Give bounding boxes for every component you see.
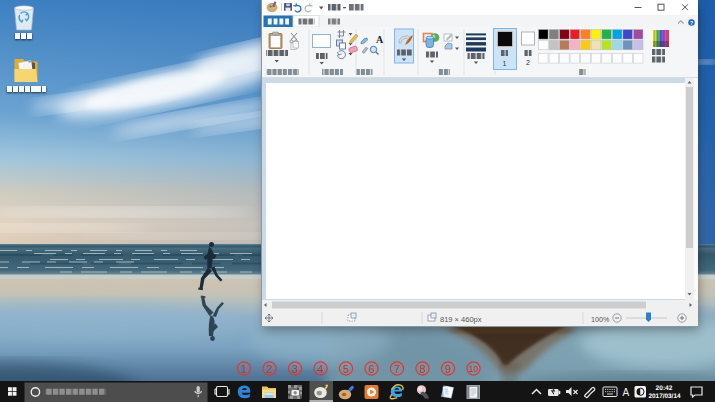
- svg-text:8: 8: [419, 363, 425, 375]
- svg-text:6: 6: [368, 363, 374, 375]
- svg-text:?: ?: [689, 20, 693, 26]
- svg-text:A: A: [623, 387, 630, 398]
- svg-text:2017/03/14: 2017/03/14: [648, 392, 680, 400]
- svg-text:3: 3: [292, 363, 298, 375]
- svg-text:2: 2: [266, 363, 272, 375]
- svg-text:5: 5: [343, 363, 349, 375]
- svg-text:819 × 460px: 819 × 460px: [440, 315, 482, 324]
- svg-text:2: 2: [526, 59, 530, 66]
- svg-text:1: 1: [241, 363, 247, 375]
- svg-text:1: 1: [502, 60, 506, 67]
- svg-text:100%: 100%: [591, 315, 610, 324]
- svg-text:7: 7: [394, 363, 400, 375]
- svg-text:10: 10: [469, 364, 479, 374]
- svg-text:4: 4: [317, 363, 323, 375]
- svg-text:9: 9: [445, 363, 451, 375]
- svg-text:20:42: 20:42: [656, 384, 673, 392]
- svg-text:A: A: [376, 34, 384, 45]
